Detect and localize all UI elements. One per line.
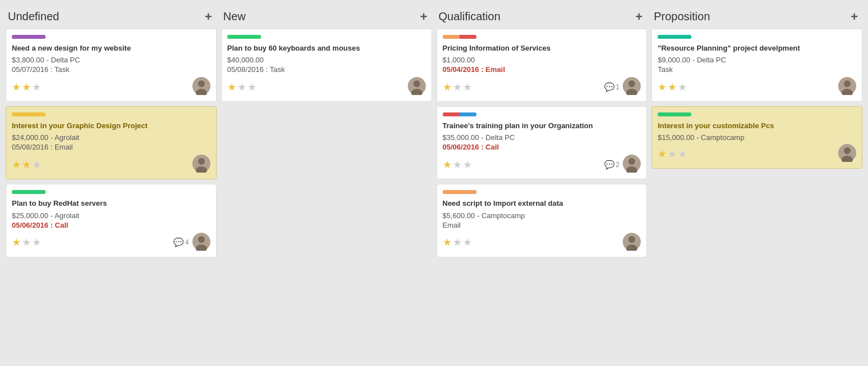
card-q3[interactable]: Need script to Import external data$5,60… — [437, 184, 647, 257]
card-title-u2: Interest in your Graphic Design Project — [12, 121, 210, 131]
card-stars-u2[interactable]: ★★★ — [12, 159, 41, 171]
card-color-bar-p2 — [658, 112, 691, 116]
column-undefined: Undefined+Need a new design for my websi… — [6, 6, 217, 262]
card-amount-u1: $3,800.00 - Delta PC — [12, 56, 210, 64]
star-2-p2[interactable]: ★ — [668, 148, 677, 160]
star-2-p1[interactable]: ★ — [668, 81, 677, 93]
star-3-q2[interactable]: ★ — [463, 159, 472, 171]
star-1-q1[interactable]: ★ — [443, 81, 452, 93]
card-title-q3: Need script to Import external data — [443, 198, 641, 209]
star-1-u1[interactable]: ★ — [12, 81, 21, 93]
card-n1[interactable]: Plan to buy 60 keyboards and mouses$40,0… — [221, 29, 432, 102]
card-amount-p1: $9,000.00 - Delta PC — [658, 56, 856, 64]
star-1-u2[interactable]: ★ — [12, 159, 21, 171]
card-q1[interactable]: Pricing Information of Services$1,000.00… — [437, 29, 647, 102]
svg-point-16 — [628, 158, 635, 165]
star-3-u2[interactable]: ★ — [32, 159, 41, 171]
star-2-u1[interactable]: ★ — [22, 81, 31, 93]
card-stars-n1[interactable]: ★★★ — [227, 81, 257, 93]
card-date-p1: Task — [658, 65, 856, 74]
star-2-u2[interactable]: ★ — [22, 159, 31, 171]
card-footer-q2: ★★★💬2 — [443, 155, 641, 174]
footer-right-p2 — [838, 144, 856, 164]
footer-right-u1 — [192, 77, 210, 97]
card-color-bar-u1 — [12, 35, 46, 39]
card-footer-p1: ★★★ — [658, 77, 856, 97]
star-3-p1[interactable]: ★ — [678, 81, 687, 93]
add-card-button-proposition[interactable]: + — [848, 11, 860, 23]
star-2-n1[interactable]: ★ — [237, 81, 246, 93]
column-title-qualification: Qualification — [439, 10, 501, 23]
svg-point-10 — [413, 80, 420, 87]
add-card-button-new[interactable]: + — [418, 11, 430, 23]
comment-count-q2: 2 — [616, 161, 620, 169]
card-stars-q1[interactable]: ★★★ — [443, 81, 472, 93]
card-stars-p2[interactable]: ★★★ — [658, 148, 687, 160]
avatar-p2 — [838, 144, 856, 164]
card-date-q1: 05/04/2016 : Email — [443, 65, 641, 74]
card-stars-u3[interactable]: ★★★ — [12, 236, 41, 248]
card-footer-q3: ★★★ — [443, 233, 641, 252]
card-p1[interactable]: "Resource Planning" project develpment$9… — [651, 29, 862, 102]
card-footer-q1: ★★★💬1 — [443, 77, 641, 97]
column-qualification: Qualification+Pricing Information of Ser… — [437, 6, 647, 262]
star-3-u1[interactable]: ★ — [32, 81, 41, 93]
card-q2[interactable]: Trainee's training plan in your Organiza… — [437, 106, 647, 179]
card-stars-p1[interactable]: ★★★ — [658, 81, 687, 93]
add-card-button-qualification[interactable]: + — [633, 11, 645, 23]
star-2-q2[interactable]: ★ — [453, 159, 462, 171]
star-1-p1[interactable]: ★ — [658, 81, 667, 93]
footer-right-q3 — [623, 233, 641, 252]
star-2-u3[interactable]: ★ — [22, 236, 31, 248]
avatar-q2 — [623, 155, 641, 174]
avatar-n1 — [408, 77, 426, 97]
card-stars-q3[interactable]: ★★★ — [443, 236, 472, 248]
star-3-n1[interactable]: ★ — [248, 81, 257, 93]
add-card-button-undefined[interactable]: + — [203, 11, 214, 23]
star-1-q2[interactable]: ★ — [443, 159, 452, 171]
card-title-u3: Plan to buy RedHat servers — [12, 198, 210, 209]
card-amount-q2: $35,000.00 - Delta PC — [443, 133, 641, 142]
star-3-p2[interactable]: ★ — [678, 148, 687, 160]
card-date-n1: 05/08/2016 : Task — [227, 65, 426, 74]
avatar-p1 — [838, 77, 856, 97]
card-stars-q2[interactable]: ★★★ — [443, 159, 472, 171]
card-title-q1: Pricing Information of Services — [443, 43, 641, 53]
star-3-q3[interactable]: ★ — [463, 236, 472, 248]
star-1-q3[interactable]: ★ — [443, 236, 452, 248]
card-title-q2: Trainee's training plan in your Organiza… — [443, 121, 641, 131]
card-title-p2: Interest in your customizable Pcs — [658, 121, 856, 131]
star-1-u3[interactable]: ★ — [12, 236, 21, 248]
footer-right-u2 — [192, 155, 210, 174]
star-3-u3[interactable]: ★ — [32, 236, 41, 248]
svg-point-4 — [198, 158, 205, 165]
column-header-proposition: Proposition+ — [651, 6, 862, 29]
card-p2[interactable]: Interest in your customizable Pcs$15,000… — [651, 106, 862, 169]
card-stars-u1[interactable]: ★★★ — [12, 81, 41, 93]
column-title-undefined: Undefined — [8, 10, 59, 23]
star-2-q1[interactable]: ★ — [453, 81, 462, 93]
star-1-n1[interactable]: ★ — [227, 81, 236, 93]
card-u2[interactable]: Interest in your Graphic Design Project$… — [6, 106, 217, 179]
card-footer-u2: ★★★ — [12, 155, 210, 174]
column-header-new: New+ — [221, 6, 432, 29]
comment-icon-q1: 💬 — [604, 82, 615, 92]
card-date-u2: 05/08/2016 : Email — [12, 143, 210, 151]
column-new: New+Plan to buy 60 keyboards and mouses$… — [221, 6, 432, 106]
card-u1[interactable]: Need a new design for my website$3,800.0… — [6, 29, 217, 102]
avatar-u1 — [192, 77, 210, 97]
svg-point-19 — [628, 236, 635, 243]
avatar-q1 — [623, 77, 641, 97]
card-color-bar-q3 — [443, 190, 476, 194]
star-2-q3[interactable]: ★ — [453, 236, 462, 248]
footer-right-p1 — [838, 77, 856, 97]
card-title-p1: "Resource Planning" project develpment — [658, 43, 856, 53]
avatar-u2 — [192, 155, 210, 174]
column-header-undefined: Undefined+ — [6, 6, 217, 29]
card-u3[interactable]: Plan to buy RedHat servers$25,000.00 - A… — [6, 184, 217, 257]
star-3-q1[interactable]: ★ — [463, 81, 472, 93]
column-proposition: Proposition+"Resource Planning" project … — [651, 6, 862, 173]
star-1-p2[interactable]: ★ — [658, 148, 667, 160]
comment-icon-q2: 💬 — [604, 160, 615, 170]
svg-point-25 — [844, 147, 851, 154]
